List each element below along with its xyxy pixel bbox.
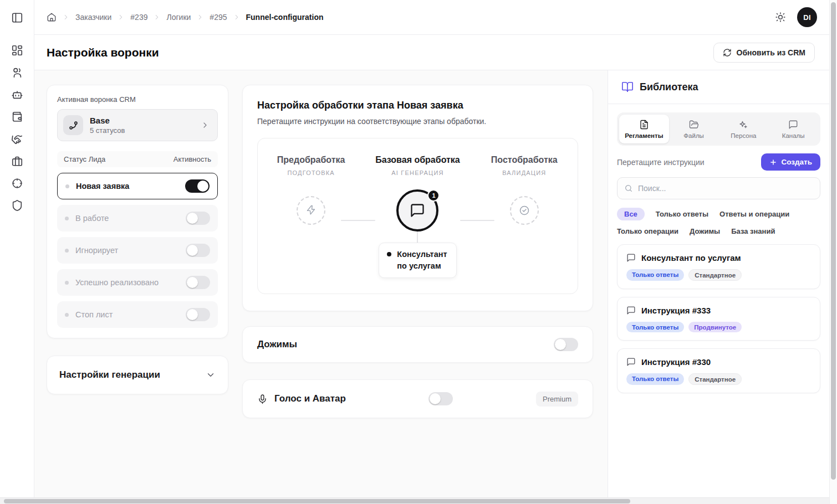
preprocessing-dropzone[interactable] (297, 196, 325, 225)
status-toggle[interactable] (185, 179, 210, 193)
level-badge: Стандартное (688, 269, 742, 281)
generation-settings-title: Настройки генерации (59, 369, 160, 380)
breadcrumb-item[interactable]: #239 (130, 13, 147, 22)
node-connector-line (417, 232, 418, 243)
instruction-list: Консультант по услугам Только ответы Ста… (617, 244, 820, 393)
dozhimy-toggle[interactable] (554, 338, 578, 351)
stage-preprocessing: Предобработка ПОДГОТОВКА (258, 155, 364, 278)
handshake-icon[interactable] (11, 132, 24, 146)
status-toggle[interactable] (186, 308, 210, 321)
status-row-v-rabote[interactable]: В работе (57, 205, 218, 232)
drag-hint-text: Перетащите инструкции (617, 158, 705, 167)
wallet-icon[interactable] (11, 110, 24, 124)
horizontal-scrollbar[interactable] (0, 497, 829, 504)
library-filters: Все Только ответы Ответы и операции Толь… (617, 208, 820, 235)
app-window: Заказчики #239 Логики #295 Funnel-config… (0, 0, 837, 504)
briefcase-icon[interactable] (11, 155, 24, 168)
funnel-name: Base (90, 116, 125, 126)
branch-icon (63, 115, 83, 135)
target-icon[interactable] (11, 177, 24, 190)
sidebar-toggle-icon[interactable] (11, 11, 24, 24)
status-label: Успешно реализовано (75, 278, 159, 287)
level-badge: Продвинутое (688, 322, 742, 332)
file-text-icon (639, 120, 649, 130)
vertical-scrollbar-thumb[interactable] (831, 2, 836, 480)
filter-otvety-i-operacii[interactable]: Ответы и операции (719, 210, 789, 218)
sparkles-icon (738, 120, 748, 130)
tab-reglamenty[interactable]: Регламенты (619, 115, 669, 143)
filter-dozhimy[interactable]: Дожимы (690, 227, 720, 235)
status-row-stop-list[interactable]: Стоп лист (57, 301, 218, 328)
filter-baza-znaniy[interactable]: База знаний (731, 227, 775, 235)
bot-icon[interactable] (11, 88, 24, 101)
create-button[interactable]: Создать (761, 153, 820, 171)
search-input[interactable] (638, 184, 813, 193)
stage-title: Предобработка (277, 155, 345, 165)
chat-bubble-icon (626, 253, 636, 263)
instruction-title: Консультант по услугам (641, 253, 741, 263)
users-icon[interactable] (11, 66, 24, 79)
instruction-count-badge: 1 (427, 189, 440, 202)
shield-icon[interactable] (11, 199, 24, 212)
topbar: Заказчики #239 Логики #295 Funnel-config… (34, 0, 829, 35)
user-avatar[interactable]: DI (797, 7, 817, 27)
vertical-scrollbar[interactable] (829, 0, 837, 504)
status-toggle[interactable] (186, 212, 210, 225)
folder-open-icon (689, 120, 699, 130)
chat-bubble-icon (626, 357, 636, 367)
chevron-right-icon (201, 121, 210, 130)
plus-icon (769, 158, 777, 166)
instruction-card[interactable]: Инструкция #330 Только ответы Стандартно… (617, 348, 820, 393)
status-toggle[interactable] (186, 244, 210, 257)
breadcrumb-item[interactable]: Заказчики (75, 13, 111, 22)
filter-tolko-otvety[interactable]: Только ответы (656, 210, 708, 218)
chevron-right-icon (233, 13, 241, 21)
status-dot (65, 313, 69, 317)
refresh-icon (723, 48, 732, 57)
library-search[interactable] (617, 177, 820, 199)
postprocessing-dropzone[interactable] (510, 196, 539, 225)
library-tabs: Регламенты Файлы Персона Каналы (617, 112, 820, 146)
chevron-right-icon (153, 13, 161, 21)
horizontal-scrollbar-thumb[interactable] (4, 499, 630, 503)
theme-toggle-sun-icon[interactable] (775, 12, 786, 23)
home-icon[interactable] (47, 12, 57, 22)
base-processing-node[interactable]: 1 (396, 189, 438, 232)
generation-settings-accordion[interactable]: Настройки генерации (47, 356, 228, 394)
funnel-select[interactable]: Base 5 статусов (57, 109, 218, 141)
instruction-card[interactable]: Консультант по услугам Только ответы Ста… (617, 244, 820, 289)
tab-persona[interactable]: Персона (719, 115, 769, 143)
funnel-status-count: 5 статусов (90, 126, 125, 135)
status-row-ignoriruet[interactable]: Игнорирует (57, 237, 218, 264)
page-title: Настройка воронки (47, 46, 159, 59)
stage-pipeline: Предобработка ПОДГОТОВКА Базовая обработ… (257, 138, 578, 294)
stage-title: Постобработка (491, 155, 558, 165)
instruction-card[interactable]: Инструкция #333 Только ответы Продвинуто… (617, 297, 820, 341)
refresh-from-crm-button[interactable]: Обновить из CRM (713, 43, 815, 63)
library-hint-row: Перетащите инструкции Создать (608, 146, 829, 177)
main-content: Активная воронка CRM Base 5 статусов Ста… (34, 70, 608, 497)
status-row-novaya-zayavka[interactable]: Новая заявка (57, 173, 218, 199)
status-toggle[interactable] (186, 276, 210, 289)
status-label: Стоп лист (75, 310, 113, 319)
breadcrumb-item[interactable]: Логики (166, 13, 191, 22)
library-header: Библиотека (608, 70, 829, 104)
type-badge: Только ответы (626, 322, 684, 332)
dozhimy-title: Дожимы (257, 339, 297, 350)
voice-avatar-title: Голос и Аватар (274, 393, 346, 404)
filter-tolko-operacii[interactable]: Только операции (617, 227, 678, 235)
attached-instruction-chip[interactable]: Консультант по услугам (379, 243, 456, 278)
voice-avatar-toggle[interactable] (428, 392, 453, 405)
activity-column-label: Активность (173, 155, 211, 163)
tab-kanaly[interactable]: Каналы (768, 115, 818, 143)
status-row-uspeshno[interactable]: Успешно реализовано (57, 269, 218, 296)
breadcrumb-item[interactable]: #295 (210, 13, 227, 22)
breadcrumb-current: Funnel-configuration (246, 13, 324, 22)
microphone-icon (257, 394, 268, 404)
lightning-icon (305, 205, 317, 216)
filter-vse[interactable]: Все (617, 208, 645, 220)
tab-faily[interactable]: Файлы (669, 115, 719, 143)
dashboard-icon[interactable] (11, 44, 24, 57)
pipeline-connector-line (341, 220, 375, 221)
status-label: Новая заявка (76, 182, 129, 191)
